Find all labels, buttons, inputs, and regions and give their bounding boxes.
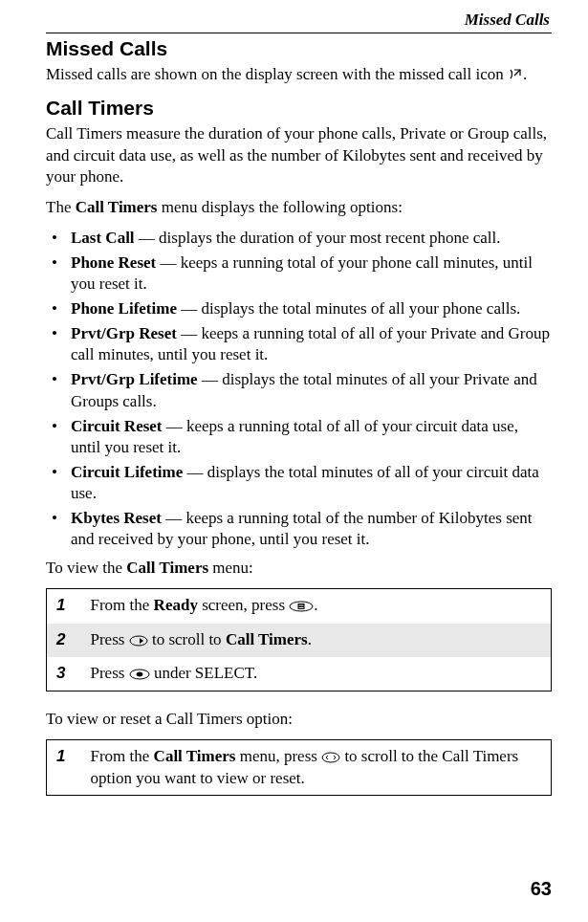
list-item: Last Call — displays the duration of you… (46, 228, 552, 249)
step-number: 2 (47, 624, 81, 657)
text-fragment: under SELECT. (150, 664, 258, 682)
step-text: Press to scroll to Call Timers. (81, 624, 552, 657)
text-bold: Ready (154, 596, 198, 614)
option-term: Circuit Reset (71, 417, 163, 435)
svg-point-7 (322, 753, 339, 762)
text-bold: Call Timers (126, 559, 208, 577)
text-fragment: menu displays the following options: (157, 198, 402, 216)
step-text: From the Ready screen, press . (81, 589, 552, 624)
step-text: Press under SELECT. (81, 657, 552, 692)
text-bold: Call Timers (154, 747, 236, 765)
option-term: Prvt/Grp Lifetime (71, 370, 198, 388)
svg-point-4 (130, 636, 147, 646)
text-fragment: menu, press (235, 747, 321, 765)
text-fragment: screen, press (198, 596, 289, 614)
list-item: Circuit Lifetime — displays the total mi… (46, 462, 552, 504)
text-fragment: To view the (46, 559, 126, 577)
text-fragment: . (523, 65, 527, 83)
call-timers-menu-intro: The Call Timers menu displays the follow… (46, 197, 552, 218)
table-row: 1 From the Call Timers menu, press to sc… (47, 740, 552, 796)
step-text: From the Call Timers menu, press to scro… (81, 740, 552, 796)
missed-calls-intro: Missed calls are shown on the display sc… (46, 64, 552, 87)
step-number: 3 (47, 657, 81, 692)
option-term: Last Call (71, 229, 135, 247)
text-fragment: menu: (208, 559, 253, 577)
list-item: Kbytes Reset — keeps a running total of … (46, 508, 552, 550)
text-fragment: Press (91, 664, 129, 682)
text-fragment: Missed calls are shown on the display sc… (46, 65, 508, 83)
list-item: Phone Lifetime — displays the total minu… (46, 298, 552, 319)
heading-call-timers: Call Timers (46, 97, 552, 120)
text-fragment: to scroll to (148, 630, 226, 648)
step-number: 1 (47, 589, 81, 624)
svg-point-6 (137, 672, 142, 676)
list-item: Phone Reset — keeps a running total of y… (46, 252, 552, 295)
list-item: Prvt/Grp Lifetime — displays the total m… (46, 369, 552, 411)
steps-table-1: 1 From the Ready screen, press . 2 Press (46, 588, 552, 692)
table-row: 2 Press to scroll to Call Timers. (47, 624, 552, 657)
options-list: Last Call — displays the duration of you… (46, 228, 552, 550)
text-bold: Call Timers (76, 198, 158, 216)
option-term: Prvt/Grp Reset (71, 324, 177, 342)
text-bold: Call Timers (226, 630, 308, 648)
text-fragment: The (46, 198, 76, 216)
option-desc: — displays the total minutes of all your… (177, 299, 520, 318)
text-fragment: From the (91, 747, 154, 765)
option-term: Circuit Lifetime (71, 463, 183, 481)
menu-key-icon (289, 597, 314, 617)
list-item: Prvt/Grp Reset — keeps a running total o… (46, 323, 552, 365)
call-timers-intro: Call Timers measure the duration of your… (46, 123, 552, 187)
option-desc: — displays the duration of your most rec… (135, 229, 501, 247)
scroll-right-icon (129, 631, 148, 651)
view-menu-intro: To view the Call Timers menu: (46, 558, 552, 579)
missed-call-icon (508, 66, 523, 87)
running-header: Missed Calls (46, 10, 552, 31)
step-number: 1 (47, 740, 81, 796)
page-number: 63 (531, 876, 552, 901)
option-term: Kbytes Reset (71, 509, 162, 527)
table-row: 3 Press under SELECT. (47, 657, 552, 692)
steps-table-2: 1 From the Call Timers menu, press to sc… (46, 739, 552, 796)
text-fragment: . (308, 630, 312, 648)
text-fragment: From the (91, 596, 154, 614)
view-reset-intro: To view or reset a Call Timers option: (46, 709, 552, 730)
heading-missed-calls: Missed Calls (46, 37, 552, 60)
select-key-icon (129, 665, 150, 685)
text-fragment: Press (91, 630, 129, 648)
text-fragment: . (314, 596, 317, 614)
list-item: Circuit Reset — keeps a running total of… (46, 416, 552, 458)
table-row: 1 From the Ready screen, press . (47, 589, 552, 624)
scroll-key-icon (321, 748, 340, 768)
option-term: Phone Lifetime (71, 299, 177, 318)
header-rule (46, 33, 552, 33)
option-term: Phone Reset (71, 253, 156, 272)
